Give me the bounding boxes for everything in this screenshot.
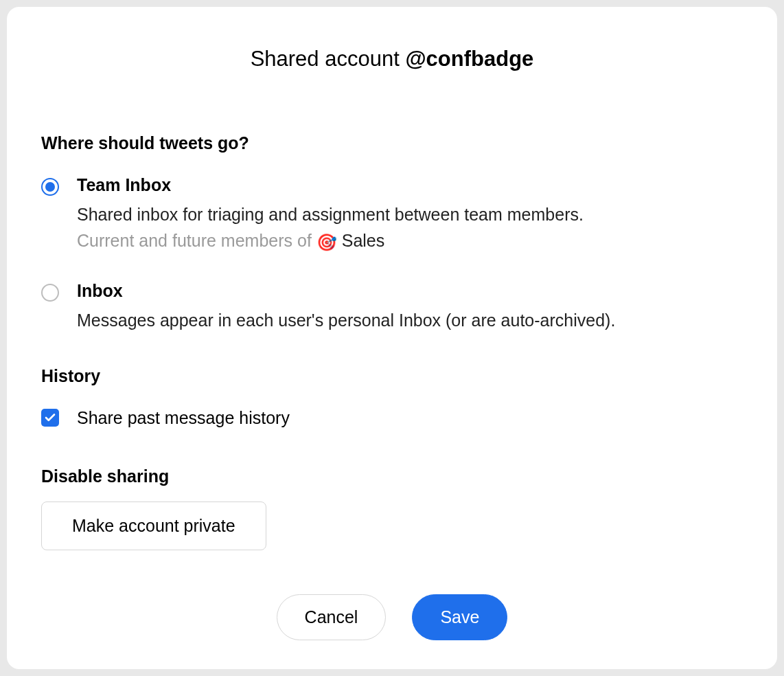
destination-heading: Where should tweets go? [41, 133, 743, 153]
save-button[interactable]: Save [412, 594, 507, 640]
title-handle: @confbadge [405, 47, 533, 71]
share-history-row[interactable]: Share past message history [41, 408, 743, 428]
meta-prefix: Current and future members of [77, 231, 316, 250]
option-title: Team Inbox [77, 175, 743, 195]
target-icon: 🎯 [316, 233, 337, 251]
option-inbox[interactable]: Inbox Messages appear in each user's per… [41, 281, 743, 337]
option-meta: Current and future members of 🎯 Sales [77, 231, 743, 252]
make-private-button[interactable]: Make account private [41, 502, 266, 550]
option-desc: Shared inbox for triaging and assignment… [77, 202, 743, 227]
option-body: Team Inbox Shared inbox for triaging and… [77, 175, 743, 252]
option-desc: Messages appear in each user's personal … [77, 308, 743, 333]
shared-account-settings-modal: Shared account @confbadge Where should t… [7, 7, 777, 669]
share-history-checkbox[interactable] [41, 409, 59, 427]
meta-team: Sales [342, 231, 385, 250]
radio-team-inbox[interactable] [41, 178, 59, 196]
radio-inbox[interactable] [41, 284, 59, 302]
title-prefix: Shared account [251, 47, 406, 71]
modal-title: Shared account @confbadge [41, 47, 743, 71]
share-history-label: Share past message history [77, 408, 290, 428]
history-heading: History [41, 366, 743, 386]
option-body: Inbox Messages appear in each user's per… [77, 281, 743, 337]
check-icon [44, 412, 56, 424]
cancel-button[interactable]: Cancel [277, 594, 387, 640]
option-title: Inbox [77, 281, 743, 301]
disable-heading: Disable sharing [41, 466, 743, 486]
option-team-inbox[interactable]: Team Inbox Shared inbox for triaging and… [41, 175, 743, 252]
modal-footer: Cancel Save [41, 594, 743, 640]
